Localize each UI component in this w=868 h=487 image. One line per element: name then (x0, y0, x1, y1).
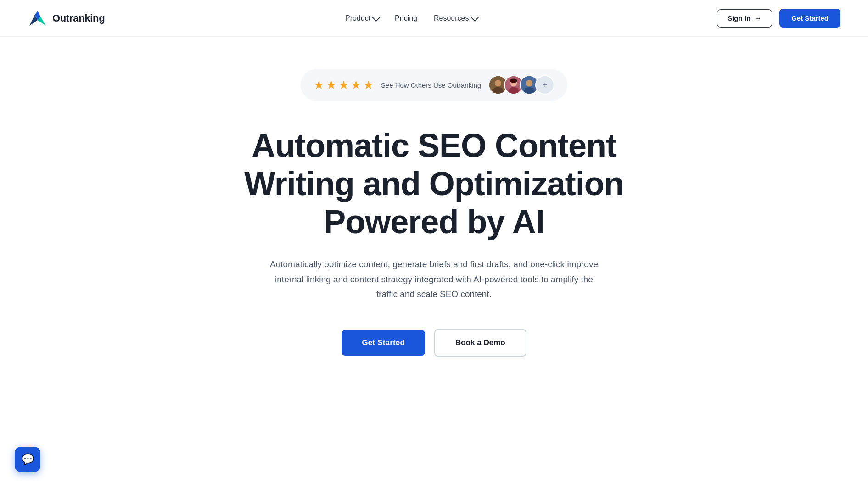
star-rating: ★ ★ ★ ★ ★ (314, 79, 374, 91)
navbar: Outranking Product Pricing Resources Sig… (0, 0, 868, 37)
avatar-more: + (535, 75, 554, 95)
nav-pricing[interactable]: Pricing (395, 14, 417, 22)
svg-point-5 (495, 80, 501, 86)
logo[interactable]: Outranking (28, 8, 105, 28)
svg-point-10 (510, 78, 517, 83)
hero-headline: Automatic SEO Content Writing and Optimi… (228, 127, 641, 241)
arrow-right-icon: → (754, 14, 762, 22)
get-started-nav-button[interactable]: Get Started (779, 9, 840, 28)
hero-subheadline: Automatically optimize content, generate… (269, 257, 599, 302)
star-1: ★ (314, 79, 324, 91)
social-proof-badge[interactable]: ★ ★ ★ ★ ★ See How Others Use Outranking (301, 69, 567, 101)
get-started-hero-button[interactable]: Get Started (342, 330, 425, 356)
book-demo-button[interactable]: Book a Demo (434, 329, 526, 357)
hero-section: ★ ★ ★ ★ ★ See How Others Use Outranking (0, 37, 868, 393)
star-3: ★ (338, 79, 349, 91)
social-proof-text: See How Others Use Outranking (381, 81, 481, 89)
chat-widget[interactable]: 💬 (15, 447, 40, 472)
avatar-group: + (488, 75, 554, 95)
resources-chevron-icon (470, 14, 478, 22)
star-2: ★ (326, 79, 336, 91)
nav-resources[interactable]: Resources (434, 14, 476, 22)
chat-icon: 💬 (22, 453, 34, 465)
nav-actions: Sign In → Get Started (717, 9, 840, 28)
product-chevron-icon (372, 14, 380, 22)
sign-in-button[interactable]: Sign In → (717, 9, 772, 28)
star-5: ★ (363, 79, 374, 91)
svg-point-12 (526, 80, 532, 86)
cta-buttons: Get Started Book a Demo (342, 329, 526, 357)
logo-text: Outranking (52, 12, 105, 24)
nav-product[interactable]: Product (345, 14, 378, 22)
star-4: ★ (351, 79, 361, 91)
nav-links: Product Pricing Resources (345, 14, 477, 22)
logo-icon (28, 8, 48, 28)
